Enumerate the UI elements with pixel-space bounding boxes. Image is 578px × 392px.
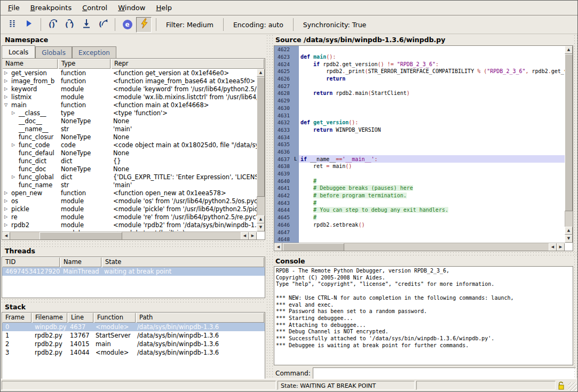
column-header-function[interactable]: Function [94, 313, 136, 323]
scroll-up-icon[interactable]: ▲ [565, 46, 573, 54]
column-header-name[interactable]: Name [2, 59, 58, 69]
step-into-button[interactable]: ( ) [62, 17, 77, 33]
scroll-left-icon[interactable]: ◀ [274, 243, 282, 251]
vertical-splitter-sash[interactable] [266, 34, 273, 379]
stack-row[interactable]: 3 rpdb2.py 14044 <module> /data/sys/bin/… [2, 348, 265, 357]
expander-icon[interactable]: ▷ [4, 222, 11, 227]
source-hscrollbar[interactable]: ◀ ◀ ▶ [274, 243, 565, 251]
step-out-button[interactable]: ( [95, 17, 110, 33]
menu-window[interactable]: Window [113, 1, 151, 14]
namespace-row[interactable]: ▷image_from_b function <function image_f… [2, 77, 257, 85]
namespace-hscrollbar[interactable]: ◀ ◀ ▶ [2, 231, 257, 239]
column-header-repr[interactable]: Repr [111, 59, 264, 69]
stack-list[interactable]: FrameFilenameLineFunctionPath 0 winpdb.p… [2, 312, 265, 379]
namespace-row[interactable]: __doc__ NoneType None [2, 117, 257, 125]
break-button[interactable] [4, 17, 20, 33]
stack-row[interactable]: 1 rpdb2.py 13767 StartServer /data/sys/b… [2, 331, 265, 340]
splitter-sash[interactable] [273, 251, 577, 257]
menu-help[interactable]: Help [151, 1, 177, 14]
encoding-button[interactable]: e [120, 17, 135, 33]
threads-list[interactable]: TIDNameState 46974534127920 MainThread w… [2, 257, 265, 298]
scroll-thumb[interactable] [565, 54, 573, 211]
column-header-type[interactable]: Type [58, 59, 110, 69]
namespace-row[interactable]: ▷open_new function <function open_new at… [2, 189, 257, 197]
command-label: Command: [274, 370, 313, 377]
column-header-state[interactable]: State [102, 257, 264, 267]
expander-icon[interactable]: ▷ [4, 206, 11, 211]
expander-icon[interactable]: ▽ [4, 102, 11, 107]
column-header-path[interactable]: Path [136, 313, 264, 323]
scroll-thumb[interactable] [257, 77, 265, 197]
scroll-left-icon[interactable]: ◀ [241, 232, 249, 240]
expander-icon[interactable]: ▷ [4, 78, 11, 83]
namespace-vscrollbar[interactable]: ▲ ▲ ▼ [257, 69, 265, 231]
column-header-tid[interactable]: TID [2, 257, 60, 267]
source-vscrollbar[interactable]: ▲ ▲ ▼ [565, 46, 573, 243]
namespace-row[interactable]: ▷func_global dict {'DLG_EXPR_TITLE': 'En… [2, 173, 257, 181]
command-input[interactable] [313, 367, 576, 379]
scroll-down-icon[interactable]: ▼ [565, 235, 573, 243]
go-button[interactable] [21, 17, 36, 33]
expander-icon[interactable]: ▷ [4, 198, 11, 203]
menu-control[interactable]: Control [77, 1, 113, 14]
namespace-row[interactable]: ▷get_version function <function get_vers… [2, 69, 257, 77]
namespace-row[interactable]: ▷keyword module <module 'keyword' from '… [2, 85, 257, 93]
menu-breakpoints[interactable]: Breakpoints [25, 1, 77, 14]
source-editor[interactable]: 4622 4623 def main(): 4624 if rpdb2.get_… [274, 45, 573, 251]
splitter-sash[interactable] [1, 298, 266, 303]
scroll-left-icon[interactable]: ◀ [549, 243, 557, 251]
namespace-row[interactable]: func_dict dict {} [2, 157, 257, 165]
namespace-row[interactable]: ▽main function <function main at 0x1ef46… [2, 101, 257, 109]
expander-icon[interactable]: ▷ [4, 70, 11, 75]
namespace-row[interactable]: func_defaul NoneType None [2, 149, 257, 157]
splitter-sash[interactable] [1, 240, 266, 247]
namespace-row[interactable]: func_doc NoneType None [2, 165, 257, 173]
scroll-up-icon[interactable]: ▲ [257, 215, 265, 223]
stack-row[interactable]: 2 rpdb2.py 14015 main /data/sys/bin/winp… [2, 340, 265, 348]
stack-row[interactable]: 0 winpdb.py 4637 <module> /data/sys/bin/… [2, 323, 265, 331]
namespace-row[interactable]: ▷listmix module <module 'wx.lib.mixins.l… [2, 93, 257, 101]
expander-icon[interactable]: ▷ [4, 86, 11, 91]
expander-icon[interactable]: ▷ [4, 94, 11, 99]
expander-icon[interactable]: ▷ [4, 190, 11, 195]
scroll-up-icon[interactable]: ▲ [257, 69, 265, 77]
namespace-row[interactable]: ▷pickle module <module 'pickle' from '/u… [2, 205, 257, 213]
column-header-frame[interactable]: Frame [2, 313, 31, 323]
column-header-name[interactable]: Name [60, 257, 101, 267]
expander-icon[interactable]: ▷ [12, 174, 19, 179]
tab-globals[interactable]: Globals [35, 46, 72, 58]
line-number: 4633 [274, 126, 292, 134]
tab-locals[interactable]: Locals [2, 45, 35, 58]
trap-button[interactable] [136, 17, 152, 33]
namespace-row[interactable]: func_name str 'main' [2, 181, 257, 189]
break-icon [8, 19, 17, 30]
tab-exception[interactable]: Exception [72, 46, 116, 58]
expander-icon[interactable]: ▷ [4, 214, 11, 219]
namespace-row[interactable]: ▷re module <module 're' from '/usr/lib64… [2, 213, 257, 221]
console-output[interactable]: RPDB - The Remote Python Debugger, versi… [274, 266, 573, 365]
thread-row[interactable]: 46974534127920 MainThread waiting at bre… [2, 267, 265, 276]
namespace-row[interactable]: func_closur NoneType None [2, 133, 257, 141]
namespace-row[interactable]: ▷func_code code <code object main at 0x1… [2, 141, 257, 149]
namespace-row[interactable]: ▷os module <module 'os' from '/usr/lib64… [2, 197, 257, 205]
column-header-line[interactable]: Line [68, 313, 93, 323]
column-header-filename[interactable]: Filename [32, 313, 67, 323]
step-over-button[interactable]: () [45, 17, 61, 33]
scroll-right-icon[interactable]: ▶ [249, 232, 257, 240]
resize-grip[interactable] [568, 382, 577, 391]
expander-icon[interactable]: ▷ [12, 142, 19, 147]
scroll-left-icon[interactable]: ◀ [2, 232, 10, 240]
scroll-up-icon[interactable]: ▲ [565, 227, 573, 235]
expander-icon[interactable]: ▷ [12, 110, 19, 115]
namespace-row[interactable]: __name__ str 'main' [2, 125, 257, 133]
step-return-button[interactable] [78, 17, 94, 33]
namespace-row[interactable]: ▷__class__ type <type 'function'> [2, 109, 257, 117]
menu-file[interactable]: File [3, 1, 25, 14]
namespace-list[interactable]: NameTypeRepr ▷get_version function <func… [2, 58, 265, 240]
namespace-row[interactable]: ▷rpdb2 module <module 'rpdb2' from '/dat… [2, 221, 257, 229]
scroll-thumb[interactable] [39, 232, 122, 240]
synchronicity-label: Synchronicity: True [297, 21, 372, 29]
scroll-right-icon[interactable]: ▶ [557, 243, 565, 251]
scroll-down-icon[interactable]: ▼ [257, 223, 265, 231]
scroll-thumb[interactable] [283, 243, 344, 251]
